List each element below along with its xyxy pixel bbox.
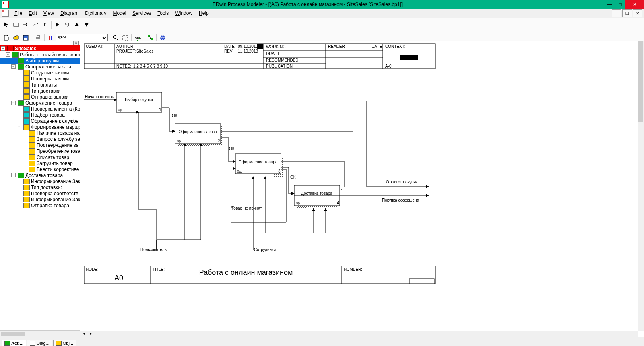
tree-item[interactable]: −Доставка товара xyxy=(0,172,80,178)
svg-text:Покупка совершена: Покупка совершена xyxy=(382,198,419,202)
menu-tools[interactable]: Tools xyxy=(154,10,172,17)
squiggle-tool[interactable] xyxy=(31,20,40,29)
menu-file[interactable]: File xyxy=(11,10,25,17)
nav-down-icon[interactable] xyxy=(82,20,91,29)
tree-item[interactable]: ·Отправка заявки xyxy=(0,94,80,100)
title-bar: ERwin Process Modeler - [(A0) Работа с о… xyxy=(0,0,644,9)
mdi-minimize-button[interactable]: — xyxy=(612,9,621,17)
svg-text:Оформление товара: Оформление товара xyxy=(239,160,278,164)
close-button[interactable]: ✕ xyxy=(625,0,644,9)
panel-close-button[interactable]: × xyxy=(73,41,79,45)
tree-item[interactable]: ·Проверка клиента (Кр xyxy=(0,106,80,112)
menu-edit[interactable]: Edit xyxy=(25,10,40,17)
tree-item-selected[interactable]: ·Выбор покупки xyxy=(0,58,80,64)
menu-services[interactable]: Services xyxy=(129,10,154,17)
svg-text:ОК: ОК xyxy=(290,175,296,179)
menu-window[interactable]: Window xyxy=(172,10,196,17)
tree-item[interactable]: ·Внести коррективе xyxy=(0,166,80,172)
tree-item[interactable]: ·Запрос в службу за xyxy=(0,136,80,142)
activity-box-2[interactable]: Оформление заказа 0р. 2 xyxy=(175,124,223,146)
svg-text:0р.: 0р. xyxy=(177,139,182,143)
tree-item[interactable]: ·Подтверждение за xyxy=(0,142,80,148)
svg-text:USED AT:: USED AT: xyxy=(86,44,103,49)
tree-item[interactable]: ·Создание заявки xyxy=(0,70,80,76)
nav-up-icon[interactable] xyxy=(72,20,81,29)
tree-item[interactable]: ·Обращение к службе т xyxy=(0,118,80,124)
model-explorer-panel: × −SiteSales −Работа с онлайн магазином … xyxy=(0,41,80,337)
tree-item[interactable]: ·Тип доставки: xyxy=(0,184,80,190)
activity-box-1[interactable]: Выбор покупки 0р. 1 xyxy=(116,92,164,115)
canvas-v-scrollbar[interactable] xyxy=(638,41,644,331)
scroll-left-arrow[interactable]: ◄ xyxy=(80,331,87,337)
window-title: ERwin Process Modeler - [(A0) Работа с о… xyxy=(10,2,605,7)
tree-item[interactable]: ·Преобретение това xyxy=(0,148,80,154)
menu-help[interactable]: Help xyxy=(196,10,212,17)
svg-text:2: 2 xyxy=(218,139,220,143)
tree-item[interactable]: −Формирование маршр xyxy=(0,124,80,130)
svg-rect-11 xyxy=(148,35,150,37)
menu-diagram[interactable]: Diagram xyxy=(57,10,82,17)
tree-item[interactable]: −Оформление заказа xyxy=(0,64,80,70)
svg-text:Работа с онлайн магазином: Работа с онлайн магазином xyxy=(199,268,293,276)
text-tool[interactable]: T xyxy=(41,20,50,29)
drawing-toolbar: T xyxy=(0,18,644,31)
minimize-button[interactable]: — xyxy=(605,0,615,9)
svg-text:0р.: 0р. xyxy=(118,108,123,112)
redo-icon[interactable] xyxy=(63,20,72,29)
svg-rect-84 xyxy=(409,279,434,284)
tree-h-scrollbar[interactable] xyxy=(0,330,80,337)
svg-text:11.10.2013: 11.10.2013 xyxy=(238,49,258,54)
svg-rect-5 xyxy=(37,35,39,37)
svg-text:SiteSales: SiteSales xyxy=(136,49,153,54)
svg-text:ОК: ОК xyxy=(229,146,235,151)
svg-rect-4 xyxy=(36,37,40,39)
mdi-close-button[interactable]: ✕ xyxy=(633,9,642,17)
mdi-restore-button[interactable]: ❐ xyxy=(622,9,632,17)
model-tree[interactable]: −SiteSales −Работа с онлайн магазином ·В… xyxy=(0,41,80,330)
svg-text:Выбор покупки: Выбор покупки xyxy=(125,97,153,102)
tab-objects[interactable]: Obj... xyxy=(53,340,76,346)
activity-box-3[interactable]: Оформление товара 0р. 3 xyxy=(235,154,284,177)
play-icon[interactable] xyxy=(53,20,62,29)
tree-item[interactable]: ·Информирование Зак xyxy=(0,196,80,202)
tree-root[interactable]: −SiteSales xyxy=(0,45,80,51)
svg-rect-7 xyxy=(51,36,52,40)
tree-item[interactable]: ·Тип оплаты xyxy=(0,82,80,88)
svg-text:1  2  3  4  5  6  7  8  9  10: 1 2 3 4 5 6 7 8 9 10 xyxy=(133,64,168,68)
activity-box-4[interactable]: Доставка товара 0р. 4 xyxy=(294,185,343,208)
menu-bar: File Edit View Diagram Dictionary Model … xyxy=(0,9,644,18)
svg-rect-3 xyxy=(24,38,27,40)
tab-diagrams[interactable]: Diag... xyxy=(27,340,52,346)
arrow-tool[interactable] xyxy=(21,20,30,29)
tree-item[interactable]: ·Загрузить товар xyxy=(0,160,80,166)
menu-dictionary[interactable]: Dictionary xyxy=(82,10,109,17)
tree-item[interactable]: ·Информирование Зак xyxy=(0,178,80,184)
svg-text:A-0: A-0 xyxy=(385,64,392,68)
menu-view[interactable]: View xyxy=(40,10,57,17)
tree-item[interactable]: −Оформление товара xyxy=(0,100,80,106)
tree-item[interactable]: ·Проверка соответств xyxy=(0,190,80,196)
diagram-canvas[interactable]: USED AT: AUTHOR: PROJECT: SiteSales DATE… xyxy=(80,41,644,337)
tree-item[interactable]: ·Отправка товара xyxy=(0,202,80,208)
tree-item[interactable]: ·Наличие товара на xyxy=(0,130,80,136)
svg-text:TITLE:: TITLE: xyxy=(153,267,165,272)
scroll-right-arrow[interactable]: ► xyxy=(88,331,94,337)
tree-item[interactable]: ·Проверка заявки xyxy=(0,76,80,82)
svg-text:ABC: ABC xyxy=(135,36,141,39)
svg-text:DATE:: DATE: xyxy=(224,44,236,49)
svg-rect-48 xyxy=(116,92,162,112)
tree-item[interactable]: ·Тип доставки xyxy=(0,88,80,94)
tree-item[interactable]: ·Подбор товара xyxy=(0,112,80,118)
app-icon xyxy=(2,1,9,8)
svg-text:Оформление заказа: Оформление заказа xyxy=(178,130,217,134)
menu-model[interactable]: Model xyxy=(110,10,130,17)
pointer-tool[interactable] xyxy=(2,20,11,29)
canvas-h-scrollbar[interactable]: ◄ ► xyxy=(80,331,638,337)
tree-item[interactable]: −Работа с онлайн магазином xyxy=(0,51,80,58)
tree-item[interactable]: ·Списать товар xyxy=(0,154,80,160)
activity-box-tool[interactable] xyxy=(12,20,21,29)
maximize-button[interactable]: □ xyxy=(615,0,625,9)
tab-activities[interactable]: Acti... xyxy=(2,340,26,346)
mdi-system-icon[interactable] xyxy=(2,10,9,17)
svg-text:NUMBER:: NUMBER: xyxy=(344,267,362,272)
